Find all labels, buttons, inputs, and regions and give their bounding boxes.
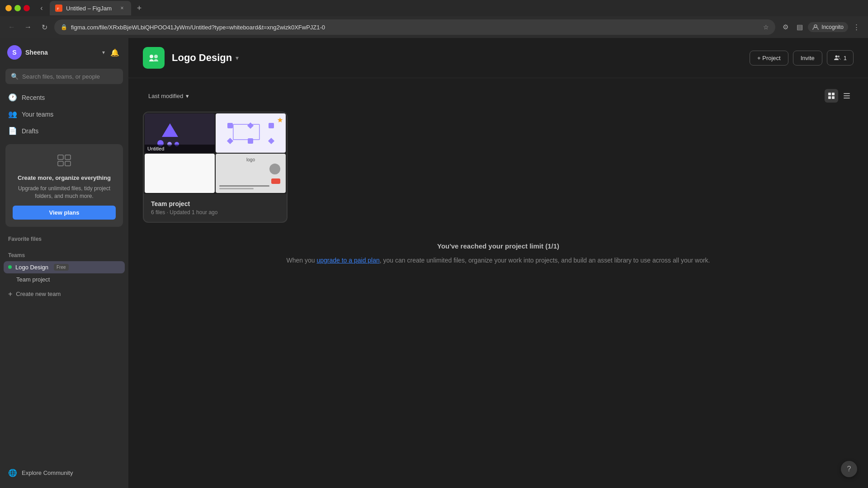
recents-icon: 🕐 — [8, 93, 17, 102]
favorite-files-label: Favorite files — [0, 232, 128, 246]
sidebar-item-logo-design[interactable]: Logo Design Free — [4, 261, 125, 273]
main-content: Logo Design ▾ + Project Invite 1 — [128, 38, 868, 488]
your-teams-label: Your teams — [22, 111, 53, 118]
card-info: Team project 6 files · Updated 1 hour ag… — [144, 194, 287, 222]
thumbnail-shapes: ★ — [216, 113, 286, 153]
svg-rect-6 — [65, 161, 71, 166]
sidebar: S Sheena ▾ 🔔 🔍 Search files, teams, or p… — [0, 38, 128, 488]
back-button[interactable]: ← — [5, 21, 18, 33]
incognito-label: Incognito — [821, 24, 844, 30]
avatar[interactable]: S — [7, 45, 22, 60]
project-card[interactable]: Untitled — [143, 112, 288, 223]
diagram-red-rect — [271, 178, 280, 184]
view-plans-button[interactable]: View plans — [13, 206, 116, 220]
incognito-icon — [812, 24, 819, 30]
header-actions: + Project Invite 1 — [750, 50, 854, 66]
untitled-thumb-label: Untitled — [145, 145, 215, 153]
starred-icon: ★ — [277, 116, 283, 124]
filter-chevron-icon: ▾ — [186, 93, 189, 99]
card-thumbnails: Untitled — [144, 113, 287, 194]
organize-icon — [56, 151, 72, 168]
browser-toolbar: ← → ↻ 🔒 figma.com/file/XRxbBjeWLbiQHPOO4… — [0, 16, 868, 38]
tab-close-button[interactable]: × — [118, 5, 126, 12]
reload-button[interactable]: ↻ — [38, 21, 51, 33]
svg-rect-11 — [828, 93, 831, 95]
last-modified-label: Last modified — [148, 93, 183, 99]
maximize-button[interactable]: □ — [14, 5, 21, 11]
svg-rect-12 — [832, 93, 835, 95]
tab-favicon: F — [55, 5, 62, 12]
thumbnail-diagram: logo — [216, 154, 286, 193]
window-controls: − □ × — [5, 5, 30, 11]
grid-view-button[interactable] — [825, 89, 838, 103]
close-button[interactable]: × — [24, 5, 30, 11]
diagram-lines-area — [219, 185, 282, 189]
forward-button[interactable]: → — [22, 21, 34, 33]
browser-chrome: − □ × ‹ F Untitled – FigJam × + ← → ↻ 🔒 … — [0, 0, 868, 38]
team-title-chevron-icon[interactable]: ▾ — [236, 54, 239, 61]
menu-icon[interactable]: ⋮ — [850, 21, 863, 33]
limit-desc-before: When you — [287, 257, 317, 264]
members-button[interactable]: 1 — [827, 50, 854, 66]
minimize-button[interactable]: − — [5, 5, 12, 11]
incognito-badge[interactable]: Incognito — [808, 22, 848, 32]
sidebar-footer: 🌐 Explore Community — [0, 460, 128, 481]
upgrade-description: Upgrade for unlimited files, tidy projec… — [13, 185, 116, 200]
free-badge: Free — [54, 264, 69, 271]
main-header: Logo Design ▾ + Project Invite 1 — [128, 38, 868, 78]
toolbar-actions: ⚙ ▤ Incognito ⋮ — [779, 21, 863, 33]
sidebar-nav: 🕐 Recents 👥 Your teams 📄 Drafts — [0, 89, 128, 139]
recents-label: Recents — [22, 94, 45, 101]
svg-rect-5 — [58, 161, 63, 166]
thumbnail-untitled: Untitled — [145, 113, 215, 153]
new-tab-button[interactable]: + — [133, 2, 146, 14]
address-bar[interactable]: 🔒 figma.com/file/XRxbBjeWLbiQHPOO41JyWm/… — [54, 19, 775, 35]
add-project-label: + Project — [757, 55, 781, 61]
active-tab[interactable]: F Untitled – FigJam × — [50, 1, 131, 15]
chevron-down-icon: ▾ — [102, 49, 105, 56]
team-logo-icon — [147, 52, 160, 64]
team-project-label: Team project — [16, 276, 50, 283]
project-limit-section: You've reached your project limit (1/1) … — [143, 241, 854, 265]
notification-bell-icon[interactable]: 🔔 — [108, 46, 121, 59]
members-icon — [834, 54, 841, 61]
svg-rect-14 — [832, 96, 835, 99]
svg-point-10 — [838, 56, 840, 57]
help-button[interactable]: ? — [841, 461, 857, 477]
drafts-icon: 📄 — [8, 127, 17, 135]
view-toggle — [825, 89, 854, 103]
user-name: Sheena — [25, 49, 99, 56]
invite-button[interactable]: Invite — [793, 51, 822, 66]
upgrade-link[interactable]: upgrade to a paid plan — [316, 257, 379, 264]
app-container: S Sheena ▾ 🔔 🔍 Search files, teams, or p… — [0, 38, 868, 488]
add-project-button[interactable]: + Project — [750, 51, 788, 66]
svg-rect-16 — [844, 95, 850, 96]
sidebar-item-drafts[interactable]: 📄 Drafts — [4, 123, 125, 139]
list-icon — [843, 92, 850, 99]
tab-back-button[interactable]: ‹ — [35, 2, 48, 14]
triangle-shape — [162, 123, 178, 137]
lock-icon: 🔒 — [61, 24, 67, 30]
sidebar-item-recents[interactable]: 🕐 Recents — [4, 89, 125, 105]
svg-rect-17 — [844, 98, 850, 99]
card-meta: 6 files · Updated 1 hour ago — [151, 209, 279, 216]
sidebar-item-team-project[interactable]: Team project — [4, 273, 125, 286]
connector-lines-svg — [216, 113, 286, 153]
svg-point-8 — [154, 55, 158, 58]
card-title: Team project — [151, 200, 279, 207]
svg-point-7 — [150, 55, 153, 58]
bookmark-icon[interactable]: ☆ — [763, 23, 769, 31]
list-view-button[interactable] — [840, 89, 854, 103]
last-modified-dropdown[interactable]: Last modified ▾ — [143, 90, 194, 102]
create-team-label: Create new team — [16, 291, 61, 297]
drafts-label: Drafts — [22, 127, 38, 135]
explore-community-button[interactable]: 🌐 Explore Community — [4, 465, 125, 481]
create-new-team-button[interactable]: + Create new team — [4, 287, 125, 301]
sidebar-item-your-teams[interactable]: 👥 Your teams — [4, 106, 125, 122]
teams-section-label: Teams — [4, 249, 125, 261]
sidebar-toggle-icon[interactable]: ▤ — [793, 21, 806, 33]
upgrade-icon — [56, 151, 72, 171]
plus-icon: + — [8, 290, 12, 298]
search-bar[interactable]: 🔍 Search files, teams, or people — [5, 69, 123, 84]
extensions-icon[interactable]: ⚙ — [779, 21, 792, 33]
